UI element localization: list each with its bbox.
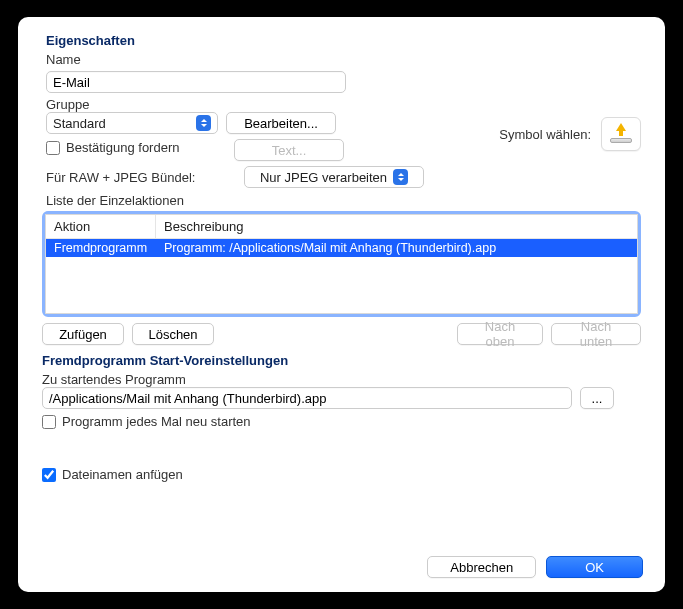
cancel-button[interactable]: Abbrechen — [427, 556, 536, 578]
browse-program-button[interactable]: ... — [580, 387, 614, 409]
program-path-input[interactable] — [42, 387, 572, 409]
properties-header: Eigenschaften — [46, 33, 641, 48]
ok-button[interactable]: OK — [546, 556, 643, 578]
list-actions-label: Liste der Einzelaktionen — [46, 193, 641, 208]
chevrons-icon — [196, 115, 211, 131]
restart-each-checkbox[interactable] — [42, 415, 56, 429]
foreign-program-header: Fremdprogramm Start-Voreinstellungen — [42, 353, 641, 368]
confirm-label: Bestätigung fordern — [66, 140, 179, 155]
table-row[interactable]: Fremdprogramm Programm: /Applications/Ma… — [46, 239, 637, 257]
confirm-checkbox[interactable] — [46, 141, 60, 155]
program-to-start-label: Zu startendes Programm — [42, 372, 641, 387]
table-header-row: Aktion Beschreibung — [46, 215, 637, 239]
chevrons-icon — [393, 169, 408, 185]
add-action-button[interactable]: Zufügen — [42, 323, 124, 345]
group-label: Gruppe — [46, 97, 641, 112]
move-up-button: Nach oben — [457, 323, 543, 345]
raw-bundle-label: Für RAW + JPEG Bündel: — [46, 170, 236, 185]
dialog-window: Eigenschaften Name Gruppe Standard Bearb… — [18, 17, 665, 592]
name-input[interactable] — [46, 71, 346, 93]
raw-jpeg-select[interactable]: Nur JPEG verarbeiten — [244, 166, 424, 188]
append-filenames-checkbox[interactable] — [42, 468, 56, 482]
delete-action-button[interactable]: Löschen — [132, 323, 214, 345]
header-description[interactable]: Beschreibung — [156, 215, 637, 238]
symbol-choose-button[interactable] — [601, 117, 641, 151]
header-action[interactable]: Aktion — [46, 215, 156, 238]
group-select[interactable]: Standard — [46, 112, 218, 134]
edit-group-button[interactable]: Bearbeiten... — [226, 112, 336, 134]
cell-description: Programm: /Applications/Mail mit Anhang … — [156, 239, 637, 257]
raw-jpeg-value: Nur JPEG verarbeiten — [260, 170, 387, 185]
append-filenames-label: Dateinamen anfügen — [62, 467, 183, 482]
name-label: Name — [46, 52, 641, 67]
move-down-button: Nach unten — [551, 323, 641, 345]
restart-each-label: Programm jedes Mal neu starten — [62, 414, 251, 429]
cell-action: Fremdprogramm — [46, 239, 156, 257]
group-select-value: Standard — [53, 116, 106, 131]
symbol-choose-block: Symbol wählen: — [499, 117, 641, 151]
symbol-choose-label: Symbol wählen: — [499, 127, 591, 142]
actions-table[interactable]: Aktion Beschreibung Fremdprogramm Progra… — [42, 211, 641, 317]
text-button-disabled: Text... — [234, 139, 344, 161]
upload-icon — [610, 125, 632, 143]
